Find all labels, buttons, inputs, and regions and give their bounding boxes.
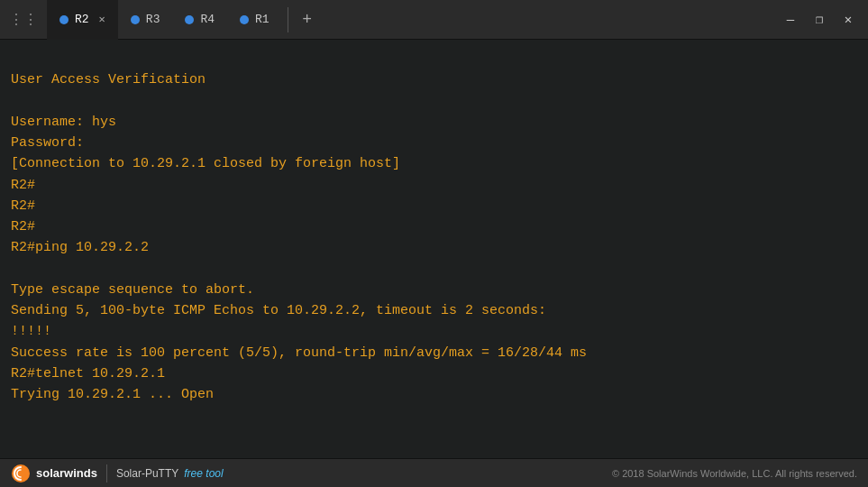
minimize-button[interactable]: — — [778, 7, 803, 32]
add-tab-button[interactable]: + — [294, 6, 321, 33]
free-label: free tool — [184, 467, 223, 480]
tab-r3[interactable]: R3 — [118, 0, 173, 40]
tab-r4[interactable]: R4 — [172, 0, 227, 40]
titlebar: ⋮⋮ R2 ✕ R3 R4 R1 + — ❐ ✕ — [0, 0, 868, 40]
tab-r2-label: R2 — [75, 13, 89, 26]
window-controls: — ❐ ✕ — [778, 7, 868, 32]
solarwinds-logo-icon — [11, 464, 31, 483]
tab-r2-dot — [59, 15, 69, 24]
tab-r1-dot — [240, 15, 249, 24]
footer-divider — [106, 464, 107, 482]
app-name: Solar-PuTTY — [116, 467, 178, 480]
tab-divider — [288, 7, 288, 32]
close-button[interactable]: ✕ — [836, 7, 861, 32]
tab-r4-label: R4 — [200, 13, 215, 26]
terminal-output[interactable]: User Access Verification Username: hys P… — [0, 40, 868, 458]
tab-r3-label: R3 — [146, 13, 160, 26]
drag-icon: ⋮⋮ — [0, 11, 47, 29]
footer: solarwinds Solar-PuTTY free tool © 2018 … — [0, 458, 868, 487]
tab-r1[interactable]: R1 — [227, 0, 282, 40]
tab-r2[interactable]: R2 ✕ — [47, 0, 118, 40]
copyright-text: © 2018 SolarWinds Worldwide, LLC. All ri… — [612, 468, 857, 479]
tab-r1-label: R1 — [255, 13, 270, 26]
tab-r2-close[interactable]: ✕ — [99, 14, 105, 25]
tab-r4-dot — [185, 15, 194, 24]
tab-r3-dot — [131, 15, 140, 24]
restore-button[interactable]: ❐ — [807, 7, 832, 32]
brand-name: solarwinds — [36, 466, 97, 480]
